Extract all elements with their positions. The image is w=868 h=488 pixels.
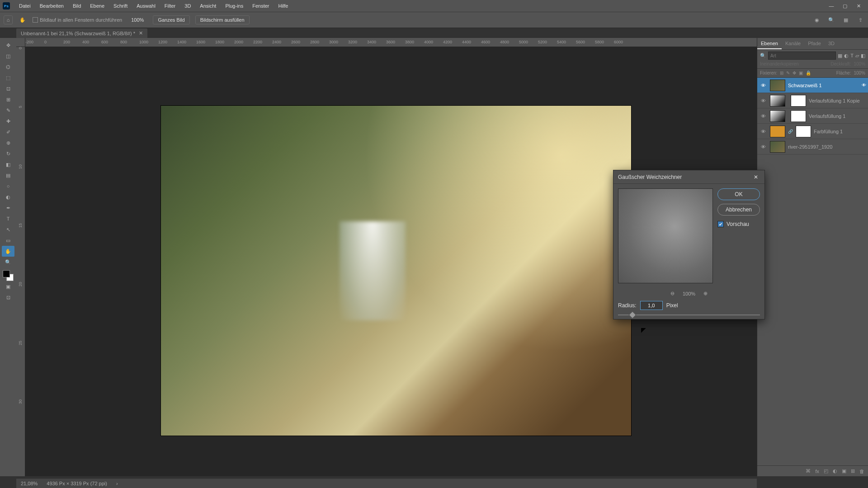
filter-shape-icon[interactable]: ▱ bbox=[855, 53, 859, 59]
marquee-tool[interactable]: ◫ bbox=[2, 51, 14, 61]
status-size[interactable]: 4936 Px × 3319 Px (72 ppi) bbox=[47, 481, 107, 486]
menu-3d[interactable]: 3D bbox=[180, 1, 195, 10]
lock-all-icon[interactable]: 🔒 bbox=[806, 70, 811, 75]
ruler-origin[interactable] bbox=[16, 38, 25, 47]
clone-tool[interactable]: ⊕ bbox=[2, 137, 14, 148]
lock-transparent-icon[interactable]: ⊞ bbox=[780, 70, 783, 75]
panel-tab-kanäle[interactable]: Kanäle bbox=[782, 38, 804, 49]
blur-tool[interactable]: ○ bbox=[2, 181, 14, 192]
color-swatches[interactable] bbox=[3, 270, 14, 281]
status-zoom[interactable]: 21,08% bbox=[21, 481, 38, 486]
dialog-close-icon[interactable]: ✕ bbox=[752, 173, 760, 181]
delete-icon[interactable]: 🗑 bbox=[859, 469, 864, 474]
path-tool[interactable]: ↖ bbox=[2, 224, 14, 235]
move-tool[interactable]: ✥ bbox=[2, 40, 14, 51]
preview-checkbox[interactable]: ✔ Vorschau bbox=[717, 221, 760, 227]
status-chevron-icon[interactable]: › bbox=[116, 481, 118, 486]
fx-icon[interactable]: fx bbox=[815, 469, 819, 474]
document-tab[interactable]: Unbenannt-1 bei 21,1% (Schwarzweiß 1, RG… bbox=[16, 28, 147, 38]
selection-tool[interactable]: ⬚ bbox=[2, 72, 14, 83]
healing-tool[interactable]: ✚ bbox=[2, 116, 14, 127]
menu-schrift[interactable]: Schrift bbox=[109, 1, 132, 10]
gradient-tool[interactable]: ▤ bbox=[2, 170, 14, 181]
share-icon[interactable]: ⇪ bbox=[856, 16, 864, 24]
layer-row[interactable]: 👁Verlaufsfüllung 1 Kopie bbox=[757, 93, 868, 108]
close-button[interactable]: ✕ bbox=[852, 1, 865, 10]
layer-mask-thumbnail[interactable] bbox=[791, 95, 806, 107]
layer-thumbnail[interactable] bbox=[770, 80, 785, 91]
layer-filter-input[interactable] bbox=[768, 52, 836, 60]
menu-bearbeiten[interactable]: Bearbeiten bbox=[35, 1, 68, 10]
layer-thumbnail[interactable] bbox=[770, 126, 785, 137]
quickmask-tool[interactable]: ▣ bbox=[2, 281, 14, 292]
layer-row[interactable]: 👁🔗Farbfüllung 1 bbox=[757, 124, 868, 139]
ok-button[interactable]: OK bbox=[717, 188, 760, 200]
menu-hilfe[interactable]: Hilfe bbox=[274, 1, 292, 10]
fill-value[interactable]: 100% bbox=[854, 70, 865, 75]
layer-settings-icon[interactable]: 👁 bbox=[862, 83, 866, 88]
mask-icon[interactable]: ◰ bbox=[824, 468, 828, 474]
scroll-all-windows-checkbox[interactable]: Bildlauf in allen Fenstern durchführen bbox=[33, 17, 122, 23]
type-tool[interactable]: T bbox=[2, 213, 14, 224]
visibility-icon[interactable]: 👁 bbox=[759, 129, 767, 134]
brush-tool[interactable]: ✐ bbox=[2, 127, 14, 137]
layer-row[interactable]: 👁river-2951997_1920 bbox=[757, 139, 868, 155]
blend-mode-select[interactable]: Ineinanderkopieren bbox=[760, 61, 799, 66]
radius-slider[interactable] bbox=[613, 311, 764, 319]
panel-tab-3d[interactable]: 3D bbox=[825, 38, 838, 49]
dialog-preview[interactable] bbox=[618, 188, 713, 283]
zoom-tool[interactable]: 🔍 bbox=[2, 257, 14, 267]
new-layer-icon[interactable]: ⊞ bbox=[851, 468, 855, 474]
frame-tool[interactable]: ⊞ bbox=[2, 94, 14, 105]
cancel-button[interactable]: Abbrechen bbox=[717, 204, 760, 216]
pen-tool[interactable]: ✒ bbox=[2, 202, 14, 213]
menu-fenster[interactable]: Fenster bbox=[248, 1, 274, 10]
visibility-icon[interactable]: 👁 bbox=[759, 98, 767, 103]
menu-ebene[interactable]: Ebene bbox=[85, 1, 109, 10]
history-brush-tool[interactable]: ↻ bbox=[2, 148, 14, 159]
dodge-tool[interactable]: ◐ bbox=[2, 192, 14, 202]
zoom-level[interactable]: 100% bbox=[127, 16, 147, 23]
screenmode-tool[interactable]: ⊡ bbox=[2, 292, 14, 303]
hand-tool[interactable]: ✋ bbox=[2, 246, 14, 257]
panel-tab-pfade[interactable]: Pfade bbox=[804, 38, 825, 49]
home-icon[interactable]: ⌂ bbox=[4, 15, 13, 24]
filter-adjust-icon[interactable]: ◐ bbox=[844, 53, 849, 59]
radius-input[interactable] bbox=[640, 301, 663, 310]
visibility-icon[interactable]: 👁 bbox=[759, 83, 767, 88]
menu-ansicht[interactable]: Ansicht bbox=[195, 1, 221, 10]
opacity-value[interactable]: 100% bbox=[854, 61, 865, 66]
filter-smart-icon[interactable]: ◧ bbox=[861, 53, 865, 59]
zoom-in-icon[interactable]: ⊕ bbox=[703, 291, 708, 296]
hand-tool-icon[interactable]: ✋ bbox=[18, 15, 27, 24]
filter-type-icon[interactable]: T bbox=[850, 53, 854, 58]
menu-datei[interactable]: Datei bbox=[14, 1, 35, 10]
close-tab-icon[interactable]: ✕ bbox=[139, 30, 143, 36]
group-icon[interactable]: ▣ bbox=[842, 468, 846, 474]
adjustment-icon[interactable]: ◐ bbox=[833, 468, 837, 474]
menu-bild[interactable]: Bild bbox=[68, 1, 85, 10]
zoom-out-icon[interactable]: ⊖ bbox=[670, 291, 675, 296]
visibility-icon[interactable]: 👁 bbox=[759, 113, 767, 119]
eyedropper-tool[interactable]: ✎ bbox=[2, 105, 14, 116]
cloud-icon[interactable]: ◉ bbox=[813, 16, 821, 24]
menu-filter[interactable]: Filter bbox=[160, 1, 180, 10]
slider-handle[interactable] bbox=[629, 311, 637, 319]
layer-thumbnail[interactable] bbox=[770, 110, 785, 122]
minimize-button[interactable]: — bbox=[825, 1, 838, 10]
layer-thumbnail[interactable] bbox=[770, 95, 785, 107]
layer-mask-thumbnail[interactable] bbox=[796, 126, 811, 137]
maximize-button[interactable]: ▢ bbox=[838, 1, 852, 10]
lock-pixels-icon[interactable]: ✎ bbox=[786, 70, 790, 75]
visibility-icon[interactable]: 👁 bbox=[759, 144, 767, 150]
crop-tool[interactable]: ⊡ bbox=[2, 83, 14, 94]
menu-auswahl[interactable]: Auswahl bbox=[132, 1, 160, 10]
filter-image-icon[interactable]: ▦ bbox=[838, 53, 842, 59]
link-layers-icon[interactable]: ⌘ bbox=[806, 468, 811, 474]
vertical-ruler[interactable]: 051015202530 bbox=[16, 47, 25, 476]
panel-tab-ebenen[interactable]: Ebenen bbox=[757, 38, 782, 49]
foreground-color[interactable] bbox=[3, 270, 10, 277]
whole-image-button[interactable]: Ganzes Bild bbox=[153, 15, 189, 24]
layer-thumbnail[interactable] bbox=[770, 141, 785, 153]
shape-tool[interactable]: ▭ bbox=[2, 235, 14, 246]
